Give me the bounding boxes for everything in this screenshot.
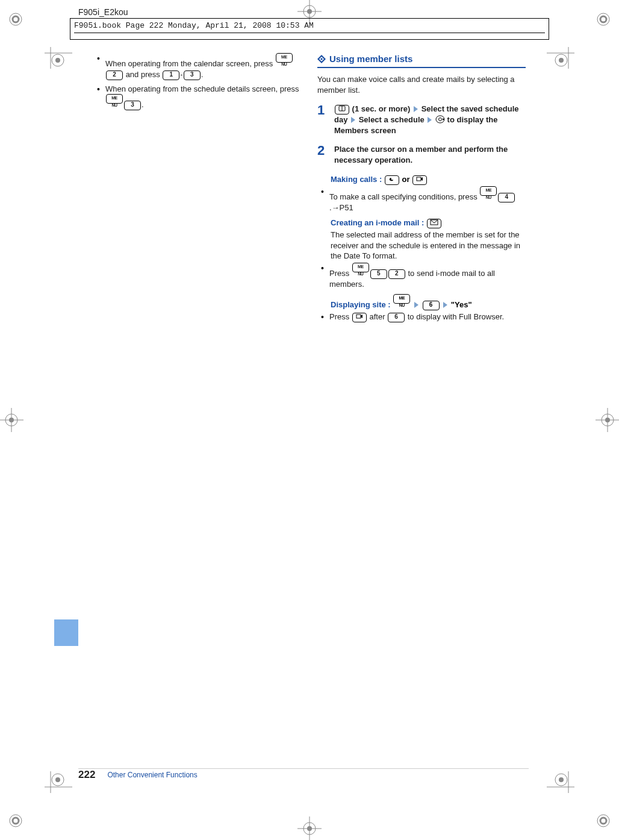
call-key-icon [385,175,399,185]
left-bullet-2: When operating from the schedule details… [97,84,302,111]
page-footer: 222 Other Convenient Functions [78,769,198,781]
column-right: Using member lists You can make voice ca… [317,53,526,768]
step-number: 1 [317,104,328,136]
text: and press [126,70,163,79]
triangle-icon [428,117,432,123]
text: When operating from the calendar screen,… [105,59,275,68]
displaying-site-heading: Displaying site : M͏ENU 6 "Yes" [331,294,526,310]
svg-point-31 [559,58,564,63]
section-title: Using member lists [329,53,412,65]
svg-rect-51 [356,315,361,318]
text: after [369,312,387,321]
triangle-icon [414,106,418,112]
svg-rect-48 [417,177,421,181]
framemaker-text: F905i.book Page 222 Monday, April 21, 20… [74,21,545,30]
key-1-icon: 1 [163,71,179,80]
svg-point-35 [55,777,60,782]
svg-point-15 [307,826,312,831]
svg-point-39 [559,777,564,782]
making-calls-heading: Making calls : or [331,174,526,185]
section-intro: You can make voice calls and create mail… [317,74,526,95]
crop-target-icon [297,816,322,840]
key-4-icon: 4 [498,193,515,202]
crop-target-icon [0,408,23,432]
registration-mark-icon [596,813,611,828]
registration-mark-icon [596,12,611,27]
step-2: 2 Place the cursor on a member and perfo… [317,144,526,165]
text: to display with Full Browser. [408,312,504,321]
text: or [402,175,412,184]
svg-point-5 [13,818,19,824]
text: Creating an i-mode mail : [331,218,426,227]
displaying-site-bullet: Press after 6 to display with Full Brows… [321,312,526,322]
svg-point-3 [600,16,606,22]
text: Making calls : [331,175,384,184]
key-2-icon: 2 [106,71,123,80]
text: . [142,100,144,109]
text: . [201,70,204,79]
svg-point-2 [597,13,609,25]
menu-key-icon: M͏ENU [106,94,123,104]
doc-header-name: F905i_E2kou [78,7,128,17]
section-thumb-tab [54,619,78,646]
step-body: (1 sec. or more) Select the saved schedu… [334,104,526,136]
key-3-icon: 3 [124,101,141,110]
imode-mail-heading: Creating an i-mode mail : [331,218,526,228]
text: (1 sec. or more) [350,104,412,113]
text: To make a call specifying conditions, pr… [329,192,479,201]
svg-point-0 [10,13,22,25]
multiselector-right-icon [435,115,445,124]
key-6-icon: 6 [423,301,440,310]
imode-mail-bullet: Press M͏ENU52 to send i-mode mail to all… [321,263,526,290]
videocall-key-icon [412,175,427,185]
page-body: When operating from the calendar screen,… [93,53,526,768]
page-number: 222 [78,769,95,781]
text: .→P51 [329,203,353,212]
footer-chapter-label: Other Convenient Functions [107,771,197,779]
crop-corner-icon [45,47,72,75]
svg-point-7 [600,818,606,824]
menu-key-icon: M͏ENU [393,294,410,304]
step-1: 1 (1 sec. or more) Select the saved sche… [317,104,526,136]
text: Select a schedule [356,115,426,124]
key-5-icon: 5 [370,269,387,279]
crop-corner-icon [45,765,72,793]
mail-key-icon [427,219,441,228]
svg-point-1 [13,16,19,22]
svg-point-23 [605,418,610,422]
key-2-icon: 2 [388,269,405,279]
triangle-icon [351,117,355,123]
left-bullet-1: When operating from the calendar screen,… [97,53,302,80]
imode-mail-text: The selected mail address of the member … [331,230,526,262]
registration-mark-icon [8,813,23,828]
making-calls-bullet: To make a call specifying conditions, pr… [321,186,526,213]
svg-point-11 [307,9,312,14]
svg-point-46 [438,118,441,121]
diamond-bullet-icon [317,55,326,63]
key-3-icon: 3 [184,71,201,80]
svg-point-4 [10,815,22,827]
text: Press [329,269,352,278]
text: When operating from the schedule details… [105,84,299,93]
registration-mark-icon [8,12,23,27]
crop-corner-icon [547,47,574,75]
svg-point-6 [597,815,609,827]
phonebook-key-icon [335,105,349,114]
key-6-icon: 6 [388,313,405,322]
text: Displaying site : [331,300,393,309]
section-heading: Using member lists [317,53,526,65]
framemaker-header: F905i.book Page 222 Monday, April 21, 20… [70,18,549,40]
menu-key-icon: M͏ENU [276,53,293,63]
menu-key-icon: M͏ENU [480,186,497,196]
text: Press [329,312,352,321]
crop-corner-icon [547,765,574,793]
step-body: Place the cursor on a member and perform… [334,144,526,165]
text: "Yes" [451,300,472,309]
svg-point-19 [9,418,14,422]
section-rule [317,66,526,68]
crop-target-icon [596,408,619,432]
step-number: 2 [317,144,328,165]
triangle-icon [414,302,418,308]
triangle-icon [443,302,447,308]
svg-point-27 [55,58,60,63]
